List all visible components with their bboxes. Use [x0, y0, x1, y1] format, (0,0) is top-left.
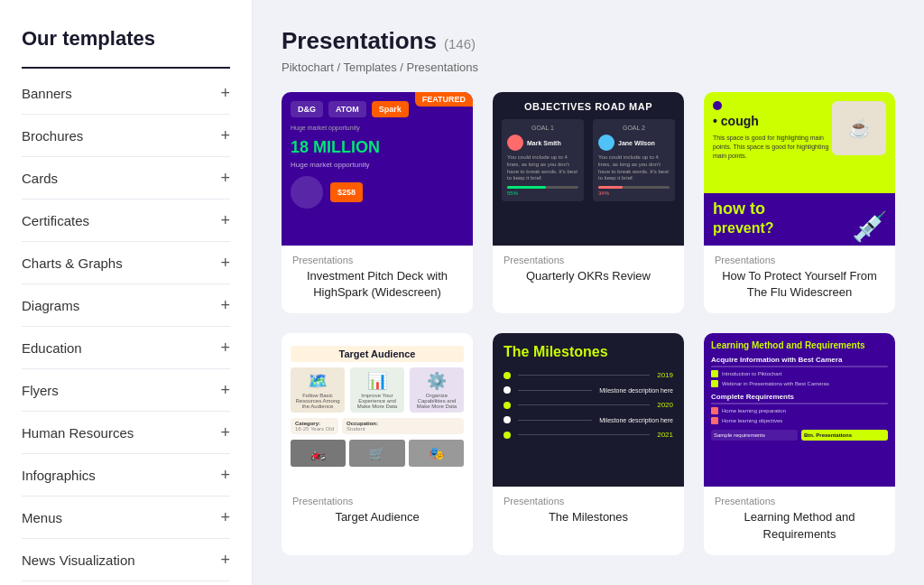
- sidebar-item-certificates[interactable]: Certificates +: [22, 200, 230, 242]
- plus-icon: +: [220, 424, 230, 441]
- plus-icon: +: [220, 382, 230, 398]
- template-thumb: Learning Method and Requirements Acquire…: [704, 333, 895, 487]
- plus-icon: +: [220, 212, 230, 228]
- sidebar-item-label: Flyers: [22, 383, 59, 398]
- card6-bottom: Sample requirements Btn. Presentations: [711, 430, 888, 441]
- template-thumb: Target Audience 🗺️ Follow Basic Resource…: [282, 333, 473, 487]
- page-title: Presentations: [282, 27, 437, 55]
- page-count: (146): [444, 36, 476, 51]
- template-category: Presentations: [715, 255, 884, 265]
- template-info: Presentations Quarterly OKRs Review: [493, 246, 684, 297]
- card6-main-title: Learning Method and Requirements: [711, 340, 888, 350]
- cough-text: • cough: [713, 114, 832, 128]
- template-thumb: FEATURED D&G ATOM Spark Huge market oppo…: [282, 92, 473, 246]
- milestone-item: 2020: [504, 401, 673, 409]
- template-card-target[interactable]: Target Audience 🗺️ Follow Basic Resource…: [282, 333, 473, 554]
- template-name: Target Audience: [292, 509, 462, 525]
- sidebar-item-label: Education: [22, 340, 82, 356]
- template-card-milestones[interactable]: The Milestones 2019 Milestone descriptio…: [493, 333, 684, 554]
- plus-icon: +: [220, 255, 230, 271]
- sidebar-item-charts[interactable]: Charts & Graphs +: [22, 242, 230, 284]
- sub-text: Huge market opportunity: [291, 125, 464, 131]
- milestone-item: Milestone description here: [504, 386, 673, 394]
- template-category: Presentations: [504, 255, 673, 265]
- template-info: Presentations The Milestones: [493, 487, 684, 538]
- body-text: This space is good for highlighting main…: [713, 134, 832, 160]
- price-badge: $258: [330, 182, 363, 202]
- template-thumb: The Milestones 2019 Milestone descriptio…: [493, 333, 684, 487]
- template-info: Presentations Investment Pitch Deck with…: [282, 246, 473, 313]
- featured-badge: FEATURED: [415, 92, 473, 107]
- milestone-item: Milestone description here: [504, 416, 673, 423]
- template-category: Presentations: [715, 496, 884, 506]
- template-category: Presentations: [504, 496, 673, 506]
- milestone-item: 2021: [504, 431, 673, 439]
- template-card-flu[interactable]: • cough This space is good for highlight…: [704, 92, 895, 313]
- template-card-learning[interactable]: Learning Method and Requirements Acquire…: [704, 333, 895, 554]
- plus-icon: +: [220, 127, 230, 144]
- sidebar-item-label: Menus: [22, 510, 62, 525]
- template-category: Presentations: [292, 496, 462, 506]
- logo-atom: ATOM: [328, 101, 366, 117]
- sidebar-item-cards[interactable]: Cards +: [22, 157, 230, 200]
- avatar-mark: [507, 135, 523, 151]
- sidebar-item-label: Infographics: [22, 468, 96, 483]
- sidebar-item-label: Charts & Graphs: [22, 255, 123, 271]
- sidebar-title: Our templates: [22, 27, 230, 51]
- template-name: The Milestones: [504, 509, 673, 525]
- template-name: Investment Pitch Deck with HighSpark (Wi…: [292, 268, 462, 301]
- page-header: Presentations (146) Piktochart / Templat…: [282, 27, 895, 74]
- template-card-okrs[interactable]: OBJECTIVES ROAD MAP GOAL 1 Mark Smith Yo…: [493, 92, 684, 313]
- logo-spark: Spark: [372, 101, 409, 117]
- sidebar-item-label: Banners: [22, 86, 72, 101]
- card2-col2: GOAL 2 Jane Wilson You could include up …: [593, 119, 675, 201]
- template-thumb: • cough This space is good for highlight…: [704, 92, 895, 246]
- page-title-row: Presentations (146): [282, 27, 895, 55]
- sidebar-item-news-visualization[interactable]: News Visualization +: [22, 539, 230, 581]
- sidebar-item-flyers[interactable]: Flyers +: [22, 369, 230, 412]
- card2-title: OBJECTIVES ROAD MAP: [502, 101, 675, 112]
- main-content: Presentations (146) Piktochart / Templat…: [253, 0, 924, 585]
- template-info: Presentations How To Protect Yourself Fr…: [704, 246, 895, 313]
- template-name: Quarterly OKRs Review: [504, 268, 673, 284]
- milestones-title: The Milestones: [504, 344, 673, 360]
- plus-icon: +: [220, 467, 230, 483]
- sidebar-item-diagrams[interactable]: Diagrams +: [22, 284, 230, 327]
- mug-image: ☕: [832, 101, 886, 155]
- card2-col1: GOAL 1 Mark Smith You could include up t…: [502, 119, 584, 201]
- sidebar-item-label: Brochures: [22, 128, 83, 144]
- sidebar-item-brochures[interactable]: Brochures +: [22, 115, 230, 157]
- template-thumb: OBJECTIVES ROAD MAP GOAL 1 Mark Smith Yo…: [493, 92, 684, 246]
- sidebar-item-label: Cards: [22, 171, 58, 186]
- target-title: Target Audience: [291, 346, 464, 362]
- breadcrumb: Piktochart / Templates / Presentations: [282, 60, 895, 74]
- logo-dg: D&G: [291, 101, 323, 117]
- circle-decoration: [291, 176, 323, 209]
- template-card-investment[interactable]: FEATURED D&G ATOM Spark Huge market oppo…: [282, 92, 473, 313]
- template-info: Presentations Target Audience: [282, 487, 473, 538]
- plus-icon: +: [220, 509, 230, 525]
- template-name: How To Protect Yourself From The Flu Wid…: [715, 268, 884, 301]
- milestone-item: 2019: [504, 371, 673, 379]
- sidebar-nav: Banners + Brochures + Cards + Certificat…: [22, 72, 230, 581]
- plus-icon: +: [220, 339, 230, 356]
- sidebar-item-label: News Visualization: [22, 552, 135, 568]
- sidebar-divider: [22, 67, 230, 69]
- dot-decoration: [713, 101, 722, 110]
- sidebar-item-banners[interactable]: Banners +: [22, 72, 230, 115]
- template-category: Presentations: [292, 255, 462, 265]
- template-name: Learning Method and Requirements: [715, 509, 884, 542]
- sidebar: Our templates Banners + Brochures + Card…: [0, 0, 253, 585]
- sidebar-item-infographics[interactable]: Infographics +: [22, 454, 230, 497]
- sidebar-item-label: Diagrams: [22, 298, 79, 313]
- plus-icon: +: [220, 85, 230, 101]
- sidebar-item-menus[interactable]: Menus +: [22, 497, 230, 539]
- plus-icon: +: [220, 170, 230, 186]
- sidebar-item-label: Human Resources: [22, 425, 134, 441]
- sidebar-item-human-resources[interactable]: Human Resources +: [22, 412, 230, 454]
- plus-icon: +: [220, 552, 230, 568]
- arm-icon: 💉: [852, 209, 888, 244]
- sidebar-item-education[interactable]: Education +: [22, 327, 230, 369]
- template-grid: FEATURED D&G ATOM Spark Huge market oppo…: [282, 92, 895, 555]
- avatar-jane: [598, 135, 614, 151]
